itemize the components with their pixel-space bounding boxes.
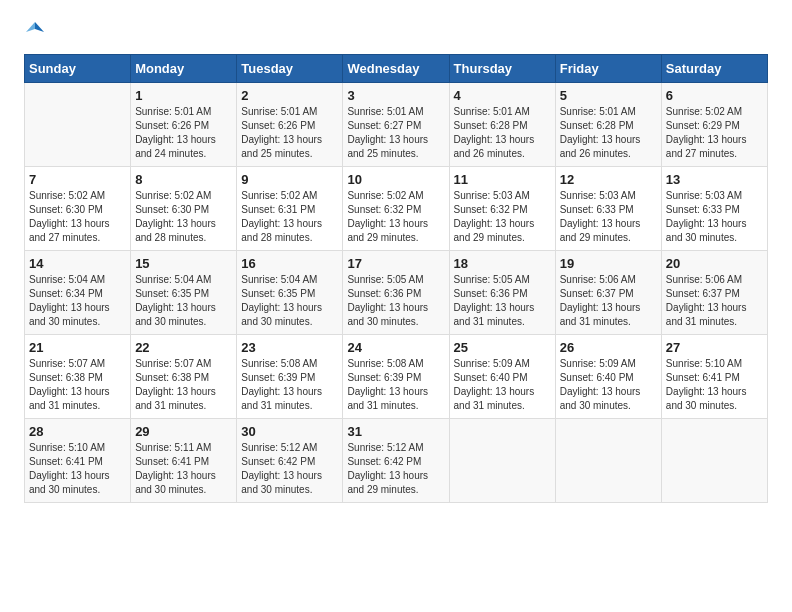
calendar-cell: 16Sunrise: 5:04 AMSunset: 6:35 PMDayligh… [237,251,343,335]
calendar-cell [555,419,661,503]
day-number: 8 [135,172,232,187]
day-number: 10 [347,172,444,187]
day-info: Sunrise: 5:03 AMSunset: 6:33 PMDaylight:… [666,189,763,245]
header-wednesday: Wednesday [343,55,449,83]
logo [24,20,44,42]
calendar-cell: 13Sunrise: 5:03 AMSunset: 6:33 PMDayligh… [661,167,767,251]
day-number: 15 [135,256,232,271]
day-number: 7 [29,172,126,187]
calendar-cell: 9Sunrise: 5:02 AMSunset: 6:31 PMDaylight… [237,167,343,251]
day-number: 3 [347,88,444,103]
svg-marker-1 [26,22,35,32]
day-number: 21 [29,340,126,355]
day-info: Sunrise: 5:03 AMSunset: 6:33 PMDaylight:… [560,189,657,245]
calendar-cell: 26Sunrise: 5:09 AMSunset: 6:40 PMDayligh… [555,335,661,419]
day-info: Sunrise: 5:04 AMSunset: 6:35 PMDaylight:… [135,273,232,329]
header-thursday: Thursday [449,55,555,83]
day-number: 2 [241,88,338,103]
day-number: 16 [241,256,338,271]
calendar-cell: 17Sunrise: 5:05 AMSunset: 6:36 PMDayligh… [343,251,449,335]
day-info: Sunrise: 5:10 AMSunset: 6:41 PMDaylight:… [29,441,126,497]
calendar-cell: 21Sunrise: 5:07 AMSunset: 6:38 PMDayligh… [25,335,131,419]
day-number: 23 [241,340,338,355]
day-number: 9 [241,172,338,187]
calendar-cell: 5Sunrise: 5:01 AMSunset: 6:28 PMDaylight… [555,83,661,167]
calendar-cell: 30Sunrise: 5:12 AMSunset: 6:42 PMDayligh… [237,419,343,503]
day-info: Sunrise: 5:10 AMSunset: 6:41 PMDaylight:… [666,357,763,413]
day-info: Sunrise: 5:01 AMSunset: 6:27 PMDaylight:… [347,105,444,161]
day-info: Sunrise: 5:11 AMSunset: 6:41 PMDaylight:… [135,441,232,497]
day-info: Sunrise: 5:01 AMSunset: 6:28 PMDaylight:… [454,105,551,161]
logo-bird-icon [26,20,44,38]
day-info: Sunrise: 5:08 AMSunset: 6:39 PMDaylight:… [241,357,338,413]
day-info: Sunrise: 5:04 AMSunset: 6:35 PMDaylight:… [241,273,338,329]
day-number: 19 [560,256,657,271]
header-tuesday: Tuesday [237,55,343,83]
header-saturday: Saturday [661,55,767,83]
day-info: Sunrise: 5:02 AMSunset: 6:30 PMDaylight:… [135,189,232,245]
calendar-cell: 6Sunrise: 5:02 AMSunset: 6:29 PMDaylight… [661,83,767,167]
calendar-cell: 14Sunrise: 5:04 AMSunset: 6:34 PMDayligh… [25,251,131,335]
calendar-cell: 19Sunrise: 5:06 AMSunset: 6:37 PMDayligh… [555,251,661,335]
calendar-cell: 20Sunrise: 5:06 AMSunset: 6:37 PMDayligh… [661,251,767,335]
day-number: 28 [29,424,126,439]
day-info: Sunrise: 5:03 AMSunset: 6:32 PMDaylight:… [454,189,551,245]
day-info: Sunrise: 5:02 AMSunset: 6:29 PMDaylight:… [666,105,763,161]
calendar-cell: 3Sunrise: 5:01 AMSunset: 6:27 PMDaylight… [343,83,449,167]
day-number: 14 [29,256,126,271]
day-number: 31 [347,424,444,439]
calendar-cell: 7Sunrise: 5:02 AMSunset: 6:30 PMDaylight… [25,167,131,251]
calendar-week-row: 14Sunrise: 5:04 AMSunset: 6:34 PMDayligh… [25,251,768,335]
day-number: 24 [347,340,444,355]
day-info: Sunrise: 5:07 AMSunset: 6:38 PMDaylight:… [29,357,126,413]
day-number: 13 [666,172,763,187]
svg-marker-0 [35,22,44,32]
day-number: 11 [454,172,551,187]
day-number: 27 [666,340,763,355]
calendar-cell: 8Sunrise: 5:02 AMSunset: 6:30 PMDaylight… [131,167,237,251]
day-info: Sunrise: 5:02 AMSunset: 6:30 PMDaylight:… [29,189,126,245]
day-number: 1 [135,88,232,103]
day-info: Sunrise: 5:05 AMSunset: 6:36 PMDaylight:… [454,273,551,329]
calendar-cell: 24Sunrise: 5:08 AMSunset: 6:39 PMDayligh… [343,335,449,419]
calendar-week-row: 28Sunrise: 5:10 AMSunset: 6:41 PMDayligh… [25,419,768,503]
day-info: Sunrise: 5:01 AMSunset: 6:28 PMDaylight:… [560,105,657,161]
calendar-cell: 29Sunrise: 5:11 AMSunset: 6:41 PMDayligh… [131,419,237,503]
calendar-cell: 27Sunrise: 5:10 AMSunset: 6:41 PMDayligh… [661,335,767,419]
day-number: 5 [560,88,657,103]
calendar-table: SundayMondayTuesdayWednesdayThursdayFrid… [24,54,768,503]
day-info: Sunrise: 5:01 AMSunset: 6:26 PMDaylight:… [135,105,232,161]
day-number: 20 [666,256,763,271]
day-number: 17 [347,256,444,271]
day-info: Sunrise: 5:09 AMSunset: 6:40 PMDaylight:… [560,357,657,413]
calendar-cell: 4Sunrise: 5:01 AMSunset: 6:28 PMDaylight… [449,83,555,167]
calendar-cell: 15Sunrise: 5:04 AMSunset: 6:35 PMDayligh… [131,251,237,335]
calendar-cell [25,83,131,167]
day-number: 30 [241,424,338,439]
day-info: Sunrise: 5:09 AMSunset: 6:40 PMDaylight:… [454,357,551,413]
day-number: 12 [560,172,657,187]
header-friday: Friday [555,55,661,83]
day-info: Sunrise: 5:02 AMSunset: 6:31 PMDaylight:… [241,189,338,245]
calendar-cell: 2Sunrise: 5:01 AMSunset: 6:26 PMDaylight… [237,83,343,167]
calendar-cell: 28Sunrise: 5:10 AMSunset: 6:41 PMDayligh… [25,419,131,503]
day-number: 25 [454,340,551,355]
calendar-cell: 31Sunrise: 5:12 AMSunset: 6:42 PMDayligh… [343,419,449,503]
day-info: Sunrise: 5:08 AMSunset: 6:39 PMDaylight:… [347,357,444,413]
calendar-week-row: 21Sunrise: 5:07 AMSunset: 6:38 PMDayligh… [25,335,768,419]
calendar-cell [449,419,555,503]
day-number: 22 [135,340,232,355]
calendar-cell: 12Sunrise: 5:03 AMSunset: 6:33 PMDayligh… [555,167,661,251]
day-info: Sunrise: 5:04 AMSunset: 6:34 PMDaylight:… [29,273,126,329]
day-number: 4 [454,88,551,103]
calendar-cell: 18Sunrise: 5:05 AMSunset: 6:36 PMDayligh… [449,251,555,335]
day-info: Sunrise: 5:01 AMSunset: 6:26 PMDaylight:… [241,105,338,161]
calendar-cell: 25Sunrise: 5:09 AMSunset: 6:40 PMDayligh… [449,335,555,419]
day-info: Sunrise: 5:05 AMSunset: 6:36 PMDaylight:… [347,273,444,329]
day-number: 26 [560,340,657,355]
page-header [24,20,768,42]
calendar-cell: 22Sunrise: 5:07 AMSunset: 6:38 PMDayligh… [131,335,237,419]
calendar-week-row: 1Sunrise: 5:01 AMSunset: 6:26 PMDaylight… [25,83,768,167]
day-info: Sunrise: 5:06 AMSunset: 6:37 PMDaylight:… [560,273,657,329]
calendar-cell: 23Sunrise: 5:08 AMSunset: 6:39 PMDayligh… [237,335,343,419]
